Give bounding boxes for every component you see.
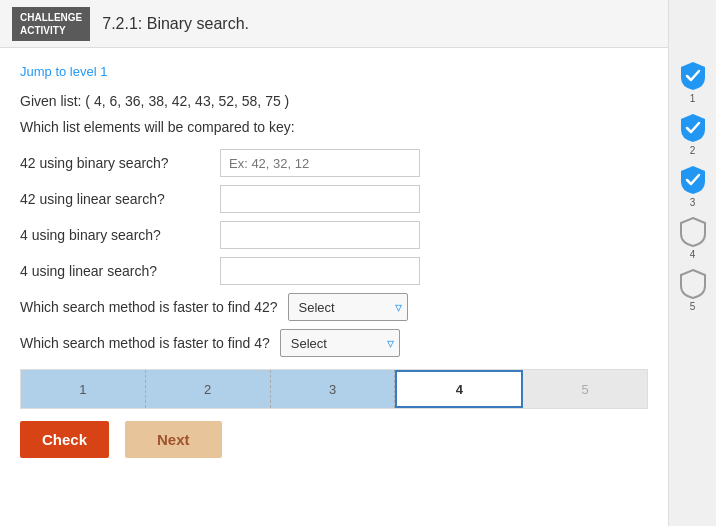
sidebar-num-3: 3 <box>690 197 696 208</box>
activity-badge: CHALLENGE ACTIVITY <box>12 7 90 41</box>
sidebar-item-2[interactable]: 2 <box>679 112 707 156</box>
form-input-2[interactable] <box>220 221 420 249</box>
which-label-text: Which list elements will be compared to … <box>20 119 648 135</box>
progress-seg-5[interactable]: 5 <box>523 370 647 408</box>
progress-seg-label-4: 4 <box>456 382 463 397</box>
progress-seg-1[interactable]: 1 <box>21 370 146 408</box>
sidebar-shield-2-icon <box>679 112 707 144</box>
form-label-2: 4 using binary search? <box>20 227 220 243</box>
sidebar-item-4[interactable]: 4 <box>679 216 707 260</box>
progress-seg-label-2: 2 <box>204 382 211 397</box>
progress-seg-label-1: 1 <box>79 382 86 397</box>
sidebar-num-2: 2 <box>690 145 696 156</box>
form-section: 42 using binary search? 42 using linear … <box>20 149 648 285</box>
footer: Check Next <box>0 409 716 470</box>
next-button[interactable]: Next <box>125 421 222 458</box>
sidebar-shield-3-icon <box>679 164 707 196</box>
select-row-0: Which search method is faster to find 42… <box>20 293 648 321</box>
select-input-1[interactable]: Select Binary search Linear search <box>280 329 400 357</box>
jump-to-level-link[interactable]: Jump to level 1 <box>20 64 648 79</box>
form-row-3: 4 using linear search? <box>20 257 648 285</box>
form-row-0: 42 using binary search? <box>20 149 648 177</box>
select-wrapper-1: Select Binary search Linear search ▿ <box>280 329 400 357</box>
sidebar-num-1: 1 <box>690 93 696 104</box>
progress-seg-label-5: 5 <box>581 382 588 397</box>
form-input-3[interactable] <box>220 257 420 285</box>
progress-seg-3[interactable]: 3 <box>271 370 396 408</box>
form-label-3: 4 using linear search? <box>20 263 220 279</box>
select-input-0[interactable]: Select Binary search Linear search <box>288 293 408 321</box>
progress-seg-2[interactable]: 2 <box>146 370 271 408</box>
page-title: 7.2.1: Binary search. <box>102 15 672 33</box>
sidebar-item-3[interactable]: 3 <box>679 164 707 208</box>
form-row-2: 4 using binary search? <box>20 221 648 249</box>
form-input-1[interactable] <box>220 185 420 213</box>
sidebar-shield-5-icon <box>679 268 707 300</box>
progress-bar: 1 2 3 4 5 <box>20 369 648 409</box>
form-label-0: 42 using binary search? <box>20 155 220 171</box>
given-list-text: Given list: ( 4, 6, 36, 38, 42, 43, 52, … <box>20 93 648 109</box>
check-button[interactable]: Check <box>20 421 109 458</box>
header: CHALLENGE ACTIVITY 7.2.1: Binary search. <box>0 0 716 48</box>
progress-seg-label-3: 3 <box>329 382 336 397</box>
sidebar-item-5[interactable]: 5 <box>679 268 707 312</box>
sidebar: 1 2 3 4 5 <box>668 0 716 526</box>
select-label-1: Which search method is faster to find 4? <box>20 335 270 351</box>
sidebar-item-1[interactable]: 1 <box>679 60 707 104</box>
select-label-0: Which search method is faster to find 42… <box>20 299 278 315</box>
main-content: Jump to level 1 Given list: ( 4, 6, 36, … <box>0 48 668 409</box>
form-input-0[interactable] <box>220 149 420 177</box>
sidebar-num-4: 4 <box>690 249 696 260</box>
sidebar-shield-1-icon <box>679 60 707 92</box>
progress-seg-4[interactable]: 4 <box>395 370 523 408</box>
select-row-1: Which search method is faster to find 4?… <box>20 329 648 357</box>
form-row-1: 42 using linear search? <box>20 185 648 213</box>
sidebar-shield-4-icon <box>679 216 707 248</box>
select-wrapper-0: Select Binary search Linear search ▿ <box>288 293 408 321</box>
form-label-1: 42 using linear search? <box>20 191 220 207</box>
sidebar-num-5: 5 <box>690 301 696 312</box>
